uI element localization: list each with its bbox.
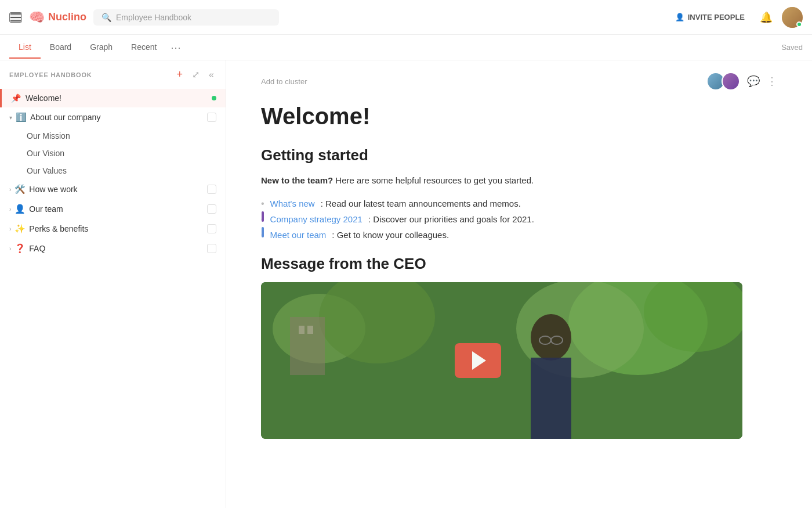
sidebar-item-our-vision[interactable]: Our Vision: [0, 145, 226, 162]
company-strategy-link[interactable]: Company strategy 2021: [270, 212, 362, 227]
notifications-button[interactable]: 🔔: [757, 9, 775, 26]
sidebar-item-perks[interactable]: › ✨ Perks & benefits: [0, 219, 226, 239]
chevron-right-icon: ›: [9, 186, 11, 193]
bullet-text: : Read our latest team announcements and…: [321, 196, 521, 211]
sidebar-header: EMPLOYEE HANDBOOK + ⤢ «: [0, 60, 226, 89]
bullet-text: : Discover our priorities and goals for …: [368, 212, 534, 227]
our-team-icon: 👤: [14, 204, 26, 214]
top-nav: 🧠 Nuclino 🔍 Employee Handbook 👤 INVITE P…: [0, 0, 812, 35]
invite-label: INVITE PEOPLE: [688, 13, 745, 21]
collapse-sidebar-button[interactable]: «: [206, 69, 216, 81]
logo-icon: 🧠: [29, 10, 45, 25]
sidebar-section-label: Our team: [29, 204, 207, 214]
pin-icon: 📌: [11, 93, 21, 103]
tab-recent[interactable]: Recent: [122, 37, 166, 59]
hamburger-button[interactable]: [9, 12, 22, 23]
sidebar-item-how-we-work[interactable]: › 🛠️ How we work: [0, 179, 226, 199]
svg-point-9: [531, 314, 571, 361]
sidebar: EMPLOYEE HANDBOOK + ⤢ « 📌 Welcome! ▾ ℹ️ …: [0, 60, 226, 508]
cursor-indicator-1: [262, 211, 264, 222]
collaborators-avatars: [706, 72, 740, 91]
list-item: Company strategy 2021 : Discover our pri…: [261, 211, 777, 227]
sidebar-item-our-values[interactable]: Our Values: [0, 162, 226, 179]
list-item: What's new : Read our latest team announ…: [261, 196, 777, 211]
perks-icon: ✨: [14, 224, 26, 234]
add-to-cluster[interactable]: Add to cluster: [261, 77, 307, 86]
tab-graph[interactable]: Graph: [81, 37, 122, 59]
play-icon: [472, 351, 486, 370]
search-text: Employee Handbook: [116, 13, 191, 22]
intro-bold: New to the team?: [261, 175, 333, 185]
sidebar-section-label: FAQ: [29, 244, 207, 253]
about-icon: ℹ️: [16, 112, 27, 123]
sidebar-section-label: About our company: [30, 113, 207, 122]
play-button[interactable]: [455, 343, 501, 378]
sidebar-item-welcome[interactable]: 📌 Welcome!: [0, 89, 226, 107]
svg-rect-10: [531, 358, 571, 439]
sidebar-section-label: How we work: [29, 185, 207, 194]
ceo-heading: Message from the CEO: [261, 255, 777, 273]
more-tabs-button[interactable]: ⋯: [166, 35, 186, 60]
chevron-right-icon: ›: [9, 206, 11, 212]
intro-text: Here are some helpful resources to get y…: [335, 175, 534, 185]
collaborator-avatar-2: [722, 72, 740, 91]
sidebar-header-icons: + ⤢ «: [175, 67, 216, 82]
video-bg-svg: [261, 282, 742, 439]
logo-text: Nuclino: [48, 11, 86, 23]
sidebar-item-our-mission[interactable]: Our Mission: [0, 127, 226, 145]
bullet-text: : Get to know your colleagues.: [332, 228, 449, 243]
sidebar-item-our-team[interactable]: › 👤 Our team: [0, 199, 226, 219]
more-options-icon[interactable]: ⋮: [767, 75, 777, 88]
how-we-work-icon: 🛠️: [14, 184, 26, 194]
list-item: Meet our team : Get to know your colleag…: [261, 227, 777, 243]
intro-paragraph: New to the team? Here are some helpful r…: [261, 174, 777, 188]
svg-rect-7: [299, 326, 304, 334]
sub-item-label: Our Values: [27, 166, 67, 175]
sub-item-label: Our Mission: [27, 131, 70, 140]
sidebar-heading: EMPLOYEE HANDBOOK: [9, 71, 175, 78]
sidebar-item-label: Welcome!: [26, 93, 212, 103]
item-checkbox[interactable]: [207, 113, 216, 122]
main-layout: EMPLOYEE HANDBOOK + ⤢ « 📌 Welcome! ▾ ℹ️ …: [0, 60, 812, 508]
tab-board[interactable]: Board: [41, 37, 81, 59]
content-actions: 💬 ⋮: [706, 72, 777, 91]
item-checkbox[interactable]: [207, 204, 216, 214]
add-item-button[interactable]: +: [175, 67, 186, 82]
sidebar-section-label: Perks & benefits: [29, 224, 207, 233]
resources-list: What's new : Read our latest team announ…: [261, 196, 777, 243]
expand-sidebar-button[interactable]: ⤢: [190, 68, 202, 81]
item-checkbox[interactable]: [207, 244, 216, 253]
chevron-right-icon: ›: [9, 226, 11, 232]
sidebar-item-faq[interactable]: › ❓ FAQ: [0, 239, 226, 258]
faq-icon: ❓: [14, 243, 26, 254]
tab-bar: List Board Graph Recent ⋯ Saved: [0, 35, 812, 60]
meet-our-team-link[interactable]: Meet our team: [270, 228, 327, 243]
person-icon: 👤: [675, 13, 684, 21]
ceo-video[interactable]: [261, 282, 742, 439]
cursor-indicator-2: [262, 227, 264, 237]
item-checkbox[interactable]: [207, 185, 216, 194]
saved-status: Saved: [781, 43, 803, 52]
whats-new-link[interactable]: What's new: [270, 196, 315, 211]
chevron-right-icon: ›: [9, 246, 11, 252]
logo[interactable]: 🧠 Nuclino: [29, 10, 86, 25]
tab-list[interactable]: List: [9, 37, 41, 59]
video-background: [261, 282, 742, 439]
page-title: Welcome!: [261, 102, 777, 130]
chevron-down-icon: ▾: [9, 114, 12, 121]
content-top-bar: Add to cluster 💬 ⋮: [261, 72, 777, 91]
getting-started-heading: Getting started: [261, 146, 777, 164]
online-dot: [212, 96, 216, 100]
comment-icon[interactable]: 💬: [747, 75, 760, 88]
user-avatar-wrap: [782, 7, 803, 28]
search-bar[interactable]: 🔍 Employee Handbook: [93, 9, 279, 26]
item-checkbox[interactable]: [207, 224, 216, 233]
sub-item-label: Our Vision: [27, 149, 64, 158]
search-icon: 🔍: [102, 13, 111, 22]
svg-rect-8: [307, 326, 313, 334]
content-area: Add to cluster 💬 ⋮ Welcome! Getting star…: [226, 60, 812, 508]
online-indicator: [796, 21, 802, 27]
invite-people-button[interactable]: 👤 INVITE PEOPLE: [669, 9, 751, 25]
sidebar-item-about[interactable]: ▾ ℹ️ About our company: [0, 107, 226, 127]
